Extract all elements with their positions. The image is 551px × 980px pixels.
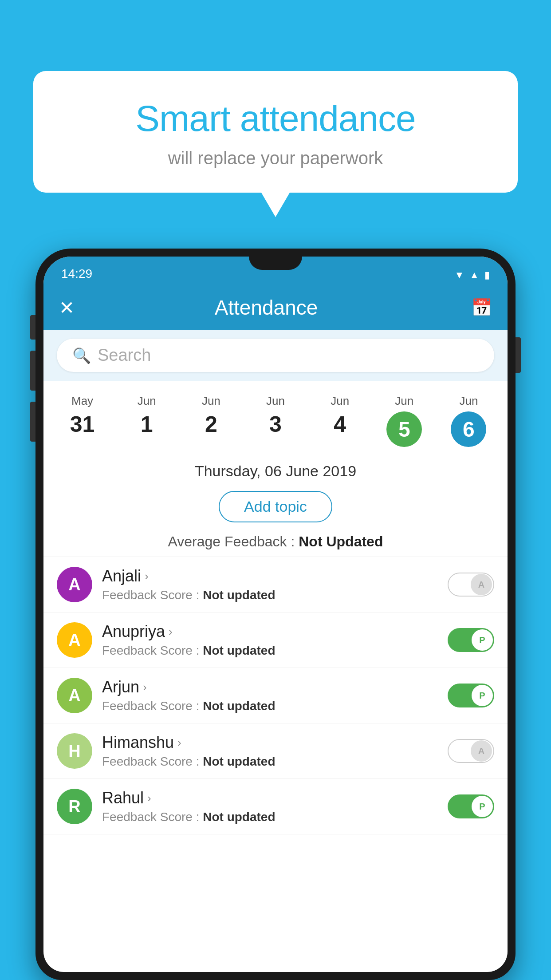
status-time: 14:29: [61, 267, 92, 281]
attendance-toggle-anjali[interactable]: A: [448, 573, 494, 597]
wifi-icon: ▼: [454, 269, 464, 281]
student-item-anupriya[interactable]: A Anupriya › Feedback Score : Not update…: [43, 612, 508, 668]
search-bar[interactable]: 🔍 Search: [57, 339, 494, 372]
bubble-subtitle: will replace your paperwork: [55, 148, 496, 168]
student-info-anupriya: Anupriya › Feedback Score : Not updated: [102, 622, 438, 658]
student-list: A Anjali › Feedback Score : Not updated …: [43, 557, 508, 834]
attendance-toggle-arjun[interactable]: P: [448, 684, 494, 707]
chevron-icon: ›: [147, 791, 151, 805]
student-item-rahul[interactable]: R Rahul › Feedback Score : Not updated P: [43, 779, 508, 834]
student-item-arjun[interactable]: A Arjun › Feedback Score : Not updated P: [43, 668, 508, 723]
avatar-arjun: A: [57, 678, 92, 713]
search-icon: 🔍: [72, 347, 91, 364]
app-bar: ✕ Attendance 📅: [43, 285, 508, 330]
chevron-icon: ›: [177, 736, 181, 750]
silent-button: [30, 402, 35, 442]
student-item-anjali[interactable]: A Anjali › Feedback Score : Not updated …: [43, 557, 508, 612]
phone-frame: 14:29 ▼ ▲ ▮ ✕ Attendance 📅 🔍 Search May …: [35, 249, 516, 980]
student-info-rahul: Rahul › Feedback Score : Not updated: [102, 789, 438, 824]
student-info-arjun: Arjun › Feedback Score : Not updated: [102, 678, 438, 713]
date-jun5[interactable]: Jun 5: [372, 390, 437, 451]
date-jun6[interactable]: Jun 6: [437, 390, 501, 451]
student-info-anjali: Anjali › Feedback Score : Not updated: [102, 567, 438, 602]
power-button: [516, 337, 521, 373]
avg-feedback: Average Feedback : Not Updated: [43, 529, 508, 557]
avatar-anjali: A: [57, 567, 92, 602]
attendance-toggle-himanshu[interactable]: A: [448, 739, 494, 763]
attendance-toggle-anupriya[interactable]: P: [448, 628, 494, 652]
add-topic-container: Add topic: [43, 486, 508, 529]
student-item-himanshu[interactable]: H Himanshu › Feedback Score : Not update…: [43, 723, 508, 779]
date-jun1[interactable]: Jun 1: [114, 390, 179, 442]
date-strip: May 31 Jun 1 Jun 2 Jun 3 Jun 4 Jun: [43, 381, 508, 456]
app-bar-title: Attendance: [75, 296, 458, 320]
volume-up-button: [30, 315, 35, 340]
date-jun4[interactable]: Jun 4: [308, 390, 372, 442]
chevron-icon: ›: [143, 680, 147, 694]
search-input[interactable]: Search: [98, 346, 151, 365]
date-header: Thursday, 06 June 2019: [43, 456, 508, 486]
search-bar-container: 🔍 Search: [43, 330, 508, 381]
phone-screen: 14:29 ▼ ▲ ▮ ✕ Attendance 📅 🔍 Search May …: [43, 257, 508, 972]
bubble-title: Smart attendance: [55, 98, 496, 139]
chevron-icon: ›: [145, 569, 149, 583]
status-icons: ▼ ▲ ▮: [454, 269, 490, 281]
signal-icon: ▲: [469, 269, 479, 281]
avatar-anupriya: A: [57, 622, 92, 658]
avatar-himanshu: H: [57, 733, 92, 769]
calendar-icon[interactable]: 📅: [471, 298, 492, 317]
date-jun3[interactable]: Jun 3: [243, 390, 307, 442]
battery-icon: ▮: [484, 269, 490, 281]
date-jun2[interactable]: Jun 2: [179, 390, 243, 442]
close-icon[interactable]: ✕: [59, 297, 75, 319]
chevron-icon: ›: [169, 625, 173, 639]
attendance-toggle-rahul[interactable]: P: [448, 794, 494, 818]
phone-notch: [249, 257, 302, 270]
volume-down-button: [30, 351, 35, 391]
date-may31[interactable]: May 31: [50, 390, 114, 442]
avatar-rahul: R: [57, 789, 92, 824]
add-topic-button[interactable]: Add topic: [219, 491, 332, 522]
student-info-himanshu: Himanshu › Feedback Score : Not updated: [102, 733, 438, 769]
speech-bubble: Smart attendance will replace your paper…: [33, 71, 518, 193]
